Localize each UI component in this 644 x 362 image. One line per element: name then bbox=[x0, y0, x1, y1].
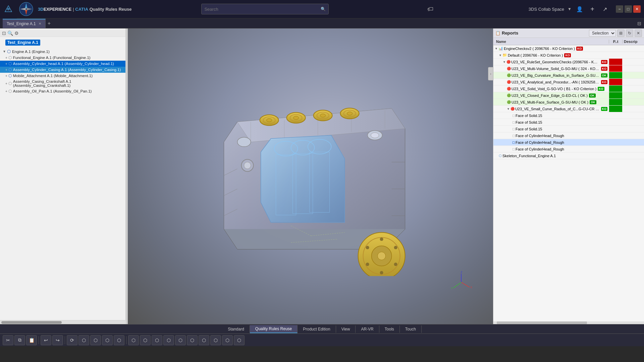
cmd-tool6[interactable]: ⬡ bbox=[187, 335, 198, 345]
reports-tool-btn1[interactable]: ⊞ bbox=[617, 29, 625, 37]
tree-toolbar-icon1[interactable]: ⊡ bbox=[2, 31, 6, 36]
tree-toolbar-icon2[interactable]: 🔍 bbox=[7, 31, 13, 36]
cmd-view2[interactable]: ⬡ bbox=[90, 335, 101, 345]
cmd-copy[interactable]: ⧉ bbox=[14, 335, 25, 345]
tab-test-engine[interactable]: Test_Engine A.1 ✕ bbox=[3, 19, 46, 28]
viewport[interactable]: Z X Y bbox=[128, 28, 493, 324]
expand-icon-r2[interactable]: ▼ bbox=[503, 60, 506, 64]
report-row-12[interactable]: ◻ Face of Solid.15 bbox=[493, 126, 644, 132]
report-label-r10: Face of Solid.15 bbox=[516, 114, 542, 118]
report-row-6[interactable]: 🔴 U23_VE_Solid_Void_G-SO-VO ( B1 - KO Cr… bbox=[493, 85, 644, 92]
collab-space-label[interactable]: 3DS Collab Space bbox=[529, 7, 564, 12]
tree-item-mobile[interactable]: + ⬡ Mobile_Attachment A.1 (Mobile_Attach… bbox=[0, 73, 125, 79]
tab-add-icon[interactable]: + bbox=[48, 20, 51, 26]
selection-filter[interactable]: Selection bbox=[589, 30, 616, 37]
cmd-tool7[interactable]: ⬡ bbox=[199, 335, 209, 345]
expand-icon6[interactable]: + bbox=[5, 82, 7, 85]
report-row-9[interactable]: ▼ 🔴 U23_VE_Small_Curve_Radius_of_C...G-C… bbox=[493, 106, 644, 112]
report-row-7[interactable]: 🟢 U23_VE_Closed_Face_Edge_G-ED-CL ( OK )… bbox=[493, 92, 644, 99]
cmd-view4[interactable]: ⬡ bbox=[114, 335, 124, 345]
report-row-10[interactable]: ◻ Face of Solid.15 bbox=[493, 112, 644, 119]
node-icon4: ⬡ bbox=[8, 89, 12, 94]
sidebar-toggle[interactable]: ⊟ bbox=[637, 21, 644, 26]
cmd-tool3[interactable]: ⬡ bbox=[152, 335, 162, 345]
tag-icon[interactable]: 🏷 bbox=[427, 6, 433, 13]
tab-quality-rules[interactable]: Quality Rules Reuse bbox=[250, 325, 298, 333]
cmd-tool2[interactable]: ⬡ bbox=[140, 335, 151, 345]
tab-view[interactable]: View bbox=[336, 325, 356, 333]
cmd-tool9[interactable]: ⬡ bbox=[222, 335, 233, 345]
cmd-tool8[interactable]: ⬡ bbox=[210, 335, 221, 345]
cmd-cut[interactable]: ✂ bbox=[3, 335, 13, 345]
tree-item-cylinder-casing[interactable]: + ⬡ Assembly_Cylinder_Casing A.1 (Assemb… bbox=[0, 67, 125, 73]
reports-scrollbar-h[interactable] bbox=[493, 321, 644, 324]
maximize-button[interactable]: □ bbox=[625, 5, 632, 13]
expand-icon4[interactable]: + bbox=[5, 68, 7, 72]
report-row-2[interactable]: ▼ 🔴 U23_VE_RuleSet_GeometricChecks (2096… bbox=[493, 59, 644, 65]
right-panel-collapse[interactable]: › bbox=[488, 67, 493, 80]
col-header-desc[interactable]: Descrip bbox=[622, 40, 644, 44]
tab-touch[interactable]: Touch bbox=[400, 325, 422, 333]
cmd-tool5[interactable]: ⬡ bbox=[175, 335, 186, 345]
col-header-p[interactable]: P..t bbox=[609, 40, 622, 44]
report-row-13[interactable]: ◻ Face of CylinderHead_Rough bbox=[493, 132, 644, 139]
left-scrollbar[interactable] bbox=[0, 320, 126, 324]
svg-point-46 bbox=[366, 263, 369, 266]
search-icon[interactable]: 🔍 bbox=[321, 7, 326, 11]
expand-icon-r1[interactable]: ▼ bbox=[499, 54, 502, 57]
expand-icon5[interactable]: + bbox=[5, 74, 7, 78]
tree-root-node[interactable]: Test_Engine A.1 bbox=[5, 40, 40, 46]
tab-product-edition[interactable]: Product Edition bbox=[298, 325, 336, 333]
report-row-16[interactable]: ⬡ Skeleton_Functional_Engine A.1 bbox=[493, 153, 644, 159]
cmd-rotate[interactable]: ⟳ bbox=[67, 335, 77, 345]
user-icon[interactable]: 👤 bbox=[575, 4, 584, 14]
tree-item-cylinder-head[interactable]: + ⬡ Assembly_Cylinder_head A.1 (Assembly… bbox=[0, 61, 125, 67]
cmd-tool1[interactable]: ⬡ bbox=[128, 335, 139, 345]
cmd-tool4[interactable]: ⬡ bbox=[163, 335, 174, 345]
badge-r3: KO bbox=[601, 67, 608, 71]
tab-close-icon[interactable]: ✕ bbox=[39, 22, 41, 25]
expand-icon-r9[interactable]: ▼ bbox=[507, 107, 510, 111]
expand-icon3[interactable]: + bbox=[5, 62, 7, 66]
report-row-5[interactable]: 🔴 U23_VE_Analytical_and_Procedur...-AN (… bbox=[493, 79, 644, 85]
expand-icon7[interactable]: + bbox=[5, 89, 7, 93]
report-row-0[interactable]: ▼ 📊 EngineChecksv2 ( 2096766 - KO Criter… bbox=[493, 45, 644, 52]
close-button[interactable]: ✕ bbox=[633, 5, 641, 13]
report-row-4[interactable]: 🟢 U23_VE_Big_Curvature_Radius_in_Surface… bbox=[493, 72, 644, 79]
tree-item-crankshaft[interactable]: + ⬡ Assembly_Casing_Crankshaft A.1 (Asse… bbox=[0, 79, 125, 88]
search-input[interactable] bbox=[204, 7, 321, 12]
report-row-8[interactable]: 🟢 U23_VE_Multi-Face_Surface_G-SU-MU ( OK… bbox=[493, 99, 644, 106]
report-row-3[interactable]: 🔴 U23_VE_Multi-Volume_Solid_G-SO-MU ( 32… bbox=[493, 65, 644, 72]
left-scrollbar-thumb[interactable] bbox=[1, 321, 62, 324]
report-row-14[interactable]: ◻ Face of CylinderHead_Rough bbox=[493, 139, 644, 146]
report-row-11[interactable]: ◻ Face of Solid.15 bbox=[493, 119, 644, 126]
cmd-view1[interactable]: ⬡ bbox=[78, 335, 89, 345]
expand-icon2[interactable]: + bbox=[5, 56, 7, 60]
engine-3d-view bbox=[217, 68, 412, 276]
tree-item-oil-pan[interactable]: + ⬡ Assembly_Oil_Pan A.1 (Assembly_Oil_P… bbox=[0, 88, 125, 94]
tab-ar-vr[interactable]: AR-VR bbox=[356, 325, 379, 333]
report-row-1[interactable]: ▼ 📁 Default ( 2096766 - KO Criterion ) K… bbox=[493, 52, 644, 59]
cmd-redo[interactable]: ↪ bbox=[52, 335, 63, 345]
tree-toolbar-icon3[interactable]: ⚙ bbox=[14, 31, 19, 36]
share-icon[interactable]: ↗ bbox=[600, 4, 610, 14]
reports-tool-btn2[interactable]: ↻ bbox=[626, 29, 633, 37]
expand-icon[interactable]: ▼ bbox=[3, 50, 6, 53]
cmd-view3[interactable]: ⬡ bbox=[102, 335, 113, 345]
reports-panel-close-btn[interactable]: ✕ bbox=[635, 29, 642, 37]
tab-standard[interactable]: Standard bbox=[222, 325, 250, 333]
col-header-name[interactable]: Name bbox=[493, 40, 609, 44]
minimize-button[interactable]: − bbox=[616, 5, 623, 13]
tree-item-functional[interactable]: + ⬡ Functional_Engine A.1 (Functional_En… bbox=[0, 55, 125, 61]
cmd-tool10[interactable]: ⬡ bbox=[234, 335, 245, 345]
collab-chevron-icon[interactable]: ▼ bbox=[568, 7, 572, 11]
cmd-undo[interactable]: ↩ bbox=[41, 335, 51, 345]
cmd-paste[interactable]: 📋 bbox=[26, 335, 37, 345]
report-icon-r15: ◻ bbox=[512, 147, 515, 151]
tab-tools[interactable]: Tools bbox=[379, 325, 400, 333]
search-bar[interactable]: 🔍 bbox=[201, 4, 329, 14]
report-row-15[interactable]: ◻ Face of CylinderHead_Rough bbox=[493, 146, 644, 153]
expand-icon-r0[interactable]: ▼ bbox=[495, 47, 498, 50]
add-icon[interactable]: + bbox=[588, 4, 597, 14]
tree-item-engine[interactable]: ▼ ⬡ Engine A.1 (Engine.1) bbox=[0, 48, 125, 55]
